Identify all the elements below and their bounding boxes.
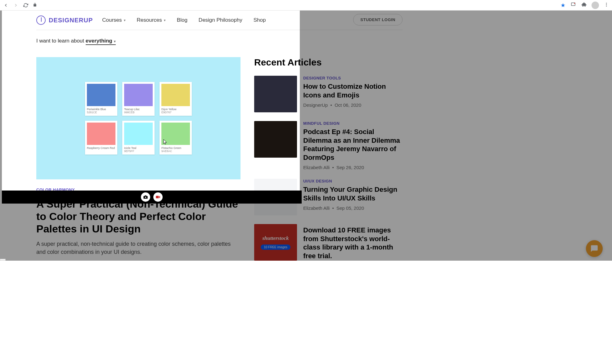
nav-blog[interactable]: Blog	[177, 17, 187, 23]
svg-point-3	[606, 4, 607, 5]
svg-point-2	[606, 3, 607, 4]
brand-logo[interactable]: DESIGNERUP	[36, 16, 93, 25]
article-card[interactable]: DESIGNER TOOLSHow to Customize Notion Ic…	[254, 76, 300, 112]
swatch-hex: 9AE8AC	[161, 150, 190, 153]
record-button[interactable]	[153, 192, 163, 202]
swatch-grid: Periwinkle Blue5281CETeacup Lilac998CEBD…	[85, 82, 192, 155]
svg-point-4	[606, 6, 607, 7]
reload-button[interactable]	[23, 2, 29, 8]
filter-prefix: I want to learn about	[36, 38, 86, 44]
article-list: DESIGNER TOOLSHow to Customize Notion Ic…	[254, 76, 300, 191]
article-thumbnail	[254, 76, 297, 112]
bookmark-star-icon[interactable]: ★	[560, 2, 565, 9]
topic-filter[interactable]: I want to learn about everything ▾	[36, 38, 116, 44]
svg-rect-6	[156, 196, 159, 198]
chevron-down-icon: ▾	[164, 18, 166, 22]
swatch-color	[124, 123, 153, 145]
brand-name: DESIGNERUP	[49, 17, 93, 24]
swatch-color	[87, 123, 115, 145]
swatch-name: Raspberry Cream Red	[87, 146, 115, 150]
swatch-hex: 9EF5FF	[124, 150, 153, 153]
capture-viewport: DESIGNERUP Courses▾ Resources▾ Blog Desi…	[2, 11, 300, 191]
color-swatch: Teacup Lilac998CEB	[122, 82, 155, 116]
forward-button[interactable]	[13, 2, 19, 8]
recent-articles-sidebar: Recent Articles DESIGNER TOOLSHow to Cus…	[254, 57, 300, 191]
color-swatch: Raspberry Cream Red	[85, 121, 117, 155]
color-swatch: Dijon YellowE9D767	[160, 82, 192, 116]
site-header: DESIGNERUP Courses▾ Resources▾ Blog Desi…	[36, 11, 300, 30]
swatch-color	[161, 123, 190, 145]
swatch-hex: E9D767	[161, 111, 190, 114]
swatch-hex: 998CEB	[124, 111, 153, 114]
nav-philosophy[interactable]: Design Philosophy	[199, 17, 242, 23]
logo-mark-icon	[36, 16, 46, 25]
swatch-color	[87, 84, 115, 106]
nav-resources[interactable]: Resources▾	[137, 17, 166, 23]
color-swatch: Icicle Teal9EF5FF	[122, 121, 155, 155]
article-thumbnail	[254, 121, 297, 158]
cast-icon[interactable]	[570, 2, 576, 9]
featured-article[interactable]: Periwinkle Blue5281CETeacup Lilac998CEBD…	[36, 57, 241, 191]
chevron-down-icon: ▾	[124, 18, 126, 22]
color-swatch: Pistachio Green9AE8AC	[160, 121, 192, 155]
address-bar[interactable]	[33, 3, 556, 8]
filter-value: everything	[86, 38, 112, 44]
featured-category: COLOR HARMONY	[36, 187, 241, 191]
svg-point-1	[574, 3, 575, 4]
sidebar-heading: Recent Articles	[254, 57, 300, 68]
swatch-hex: 5281CE	[87, 111, 115, 114]
profile-avatar[interactable]	[592, 2, 599, 9]
swatch-name: Icicle Teal	[124, 146, 153, 150]
capture-toolbar	[2, 191, 302, 204]
article-thumbnail	[254, 179, 297, 191]
extensions-icon[interactable]	[581, 2, 587, 9]
nav-shop[interactable]: Shop	[254, 17, 266, 23]
swatch-color	[124, 84, 153, 106]
swatch-name: Periwinkle Blue	[87, 108, 115, 111]
nav-courses[interactable]: Courses▾	[102, 17, 125, 23]
swatch-name: Dijon Yellow	[161, 108, 190, 111]
featured-illustration: Periwinkle Blue5281CETeacup Lilac998CEBD…	[36, 57, 241, 179]
primary-nav: Courses▾ Resources▾ Blog Design Philosop…	[102, 17, 266, 23]
menu-icon[interactable]	[604, 2, 609, 8]
back-button[interactable]	[3, 2, 9, 8]
swatch-color	[161, 84, 190, 106]
status-bar	[0, 259, 6, 261]
swatch-name: Pistachio Green	[161, 146, 190, 150]
chevron-down-icon: ▾	[114, 39, 116, 43]
screenshot-button[interactable]	[141, 192, 150, 202]
svg-point-5	[145, 197, 146, 198]
lock-icon	[33, 3, 37, 8]
swatch-name: Teacup Lilac	[124, 108, 153, 111]
header-divider	[36, 30, 300, 30]
article-card[interactable]: MINDFUL DESIGNPodcast Ep #4: Social Dile…	[254, 121, 300, 170]
browser-chrome: ★	[0, 0, 612, 11]
article-card[interactable]: UI/UX DESIGNTurning Your Graphic Design …	[254, 179, 300, 191]
color-swatch: Periwinkle Blue5281CE	[85, 82, 117, 116]
